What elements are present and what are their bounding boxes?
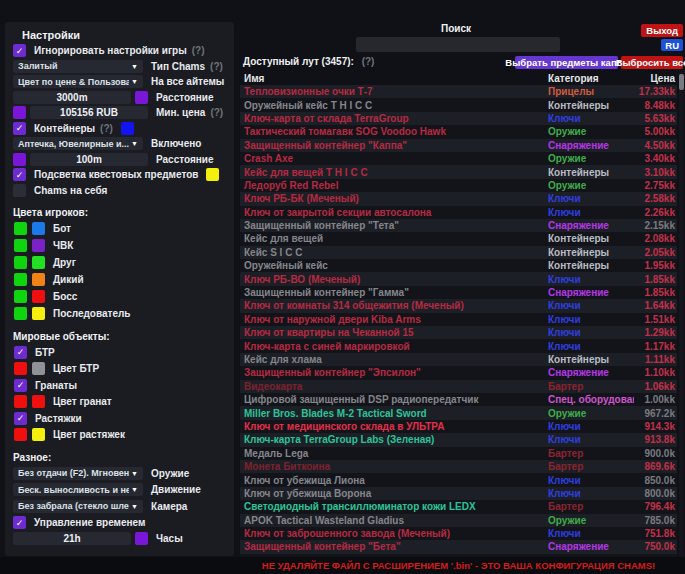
- search-input[interactable]: [356, 37, 560, 52]
- select-kappa-items-button[interactable]: Выбрать предметы каппа: [515, 56, 618, 69]
- checkbox[interactable]: ✓: [14, 412, 27, 425]
- drop-all-button[interactable]: Выбросить все: [621, 56, 683, 69]
- column-header-name[interactable]: Имя: [240, 73, 548, 84]
- checkbox[interactable]: ✓: [14, 379, 27, 392]
- color-swatch[interactable]: [32, 428, 45, 441]
- table-row[interactable]: Светодиодный трансиллюминатор кожи LEDX …: [240, 500, 677, 513]
- color-swatch[interactable]: [14, 290, 27, 303]
- color-swatch[interactable]: [14, 395, 27, 408]
- color-swatch[interactable]: [14, 273, 27, 286]
- hours-input[interactable]: 21h: [13, 532, 131, 545]
- containers-checkbox[interactable]: ✓: [13, 122, 26, 135]
- color-mode-dropdown[interactable]: Цвет по цене & Пользователь ▼: [13, 75, 143, 88]
- exit-button[interactable]: Выход: [641, 24, 683, 37]
- color-swatch[interactable]: [32, 256, 45, 269]
- color-swatch[interactable]: [14, 239, 27, 252]
- chams-type-dropdown[interactable]: Залитый ▼: [13, 60, 143, 73]
- table-row[interactable]: Медаль Lega Бартер 900.0k: [240, 447, 677, 460]
- table-row[interactable]: Кейс для вещей Т Н I С С Контейнеры 3.10…: [240, 165, 677, 178]
- table-row[interactable]: Тактический томагавк SOG Voodoo Hawk Ору…: [240, 125, 677, 138]
- checkbox-label: БТР: [35, 347, 55, 358]
- color-swatch[interactable]: [14, 362, 27, 375]
- hours-color-swatch[interactable]: [135, 532, 148, 545]
- table-row[interactable]: Тепловизионные очки Т-7 Прицелы 17.33kk: [240, 85, 677, 98]
- table-row[interactable]: Ключ от закрытой секции автосалона Ключи…: [240, 206, 677, 219]
- dropdown[interactable]: Без отдачи (F2). Мгновенное п ▼: [13, 467, 143, 480]
- medcase-filter-dropdown[interactable]: Аптечка, Ювелирные и... ▼: [13, 137, 143, 150]
- item-category: Снаряжение: [548, 541, 634, 552]
- item-category: Ключи: [548, 421, 634, 432]
- color-swatch[interactable]: [14, 428, 27, 441]
- item-category: Снаряжение: [548, 367, 634, 378]
- table-row[interactable]: Цифровой защищенный DSP радиопередатчик …: [240, 393, 677, 406]
- ignore-game-settings-row: ✓ Игнорировать настройки игры (?): [5, 43, 234, 59]
- color-swatch[interactable]: [32, 290, 45, 303]
- quest-highlight-checkbox[interactable]: ✓: [13, 168, 26, 181]
- table-row[interactable]: Ледоруб Red Rebel Оружие 2.75kk: [240, 179, 677, 192]
- chams-self-checkbox[interactable]: [13, 184, 26, 197]
- table-row[interactable]: Miller Bros. Blades M-2 Tactical Sword О…: [240, 406, 677, 419]
- column-header-category[interactable]: Категория: [548, 73, 634, 84]
- table-row[interactable]: Ключ РБ-БК (Меченый) Ключи 2.58kk: [240, 192, 677, 205]
- ignore-game-settings-checkbox[interactable]: ✓: [13, 44, 26, 57]
- containers-color-swatch[interactable]: [121, 122, 134, 135]
- table-row[interactable]: Ключ от наружной двери Kiba Arms Ключи 1…: [240, 313, 677, 326]
- scrollbar-thumb[interactable]: [679, 74, 684, 90]
- dropdown[interactable]: Беск. выносливость и нет уста ▼: [13, 483, 143, 496]
- min-price-color-swatch[interactable]: [13, 106, 26, 119]
- time-control-row: ✓ Управление временем: [5, 515, 234, 531]
- distance-input[interactable]: 3000m: [13, 91, 131, 104]
- table-row[interactable]: Ключ-карта TerraGroup Labs (Зеленая) Клю…: [240, 433, 677, 446]
- language-button[interactable]: RU: [661, 39, 683, 51]
- table-row[interactable]: Оружейный кейс Т Н I С С Контейнеры 8.48…: [240, 98, 677, 111]
- checkbox[interactable]: ✓: [14, 346, 27, 359]
- quest-highlight-color-swatch[interactable]: [206, 168, 219, 181]
- table-row[interactable]: Защищенный контейнер "Эпсилон" Снаряжени…: [240, 366, 677, 379]
- table-row[interactable]: Кейс для вещей Контейнеры 2.08kk: [240, 232, 677, 245]
- table-row[interactable]: Видеокарта Бартер 1.06kk: [240, 380, 677, 393]
- table-row[interactable]: Кейс S I C C Контейнеры 2.05kk: [240, 246, 677, 259]
- scrollbar-track[interactable]: [679, 72, 684, 557]
- item-name: Ледоруб Red Rebel: [240, 180, 548, 191]
- table-row[interactable]: Ключ РБ-ВО (Меченый) Ключи 1.85kk: [240, 272, 677, 285]
- item-name: Защищенный контейнер "Тета": [240, 220, 548, 231]
- color-swatch[interactable]: [32, 307, 45, 320]
- table-row[interactable]: Защищенный контейнер "Каппа" Снаряжение …: [240, 139, 677, 152]
- distance2-color-swatch[interactable]: [13, 153, 26, 166]
- distance-color-swatch[interactable]: [135, 91, 148, 104]
- column-header-price[interactable]: Цена: [634, 73, 677, 84]
- table-row[interactable]: Ключ-карта от склада TerraGroup Ключи 5.…: [240, 112, 677, 125]
- color-swatch[interactable]: [14, 222, 27, 235]
- table-row[interactable]: Ключ от квартиры на Чеканной 15 Ключи 1.…: [240, 326, 677, 339]
- table-row[interactable]: Защищенный контейнер "Бета" Снаряжение 7…: [240, 540, 677, 553]
- table-row[interactable]: Ключ от убежища Ворона Ключи 800.0k: [240, 487, 677, 500]
- color-row-label: Цвет БТР: [53, 363, 99, 374]
- distance2-input[interactable]: 100m: [30, 153, 148, 166]
- item-price: 2.08kk: [634, 233, 677, 244]
- table-row[interactable]: APOK Tactical Wasteland Gladius Оружие 7…: [240, 514, 677, 527]
- color-swatch[interactable]: [32, 222, 45, 235]
- table-row[interactable]: Защищенный контейнер "Тета" Снаряжение 2…: [240, 219, 677, 232]
- table-row[interactable]: Оружейный кейс Контейнеры 1.95kk: [240, 259, 677, 272]
- color-swatch[interactable]: [32, 273, 45, 286]
- dropdown[interactable]: Без забрала (стекло шлема) ▼: [13, 500, 143, 513]
- table-row[interactable]: Ключ от убежища Лиона Ключи 850.0k: [240, 473, 677, 486]
- color-swatch[interactable]: [14, 256, 27, 269]
- time-control-checkbox[interactable]: ✓: [13, 516, 26, 529]
- item-category: Оружие: [548, 126, 634, 137]
- chevron-down-icon: ▼: [131, 503, 138, 510]
- table-row[interactable]: Ключ от медицинского склада в УЛЬТРА Клю…: [240, 420, 677, 433]
- table-row[interactable]: Кейс для хлама Контейнеры 1.11kk: [240, 353, 677, 366]
- table-row[interactable]: Монета Биткоина Бартер 869.6k: [240, 460, 677, 473]
- color-swatch[interactable]: [32, 395, 45, 408]
- color-row-label: Бот: [53, 223, 71, 234]
- table-row[interactable]: Crash Axe Оружие 3.40kk: [240, 152, 677, 165]
- table-row[interactable]: Защищенный контейнер "Гамма" Снаряжение …: [240, 286, 677, 299]
- table-row[interactable]: Ключ-карта с синей маркировкой Ключи 1.1…: [240, 339, 677, 352]
- table-row[interactable]: Ключ от комнаты 314 общежития (Меченый) …: [240, 299, 677, 312]
- color-swatch[interactable]: [32, 362, 45, 375]
- color-swatch[interactable]: [32, 239, 45, 252]
- min-price-input[interactable]: 105156 RUB: [30, 106, 148, 119]
- color-swatch[interactable]: [14, 307, 27, 320]
- table-row[interactable]: Ключ от заброшенного завода (Меченый) Кл…: [240, 527, 677, 540]
